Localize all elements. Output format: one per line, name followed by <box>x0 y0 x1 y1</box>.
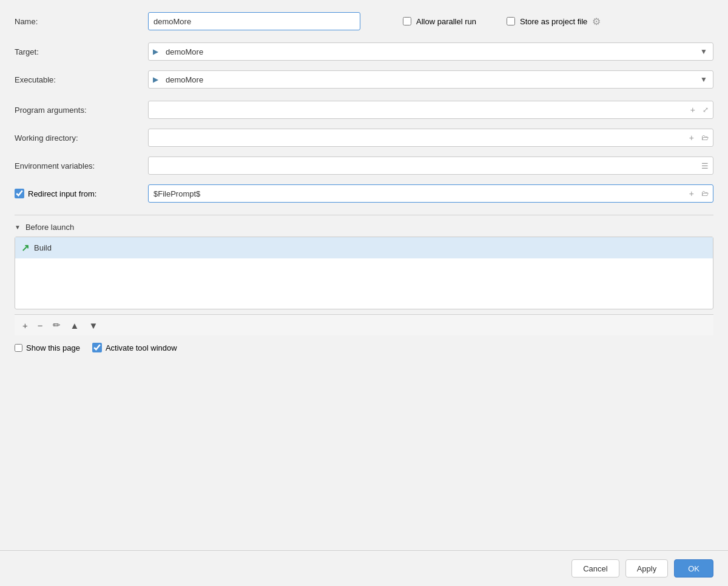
footer: Cancel Apply OK <box>0 550 728 586</box>
store-project-label: Store as project file <box>520 17 587 26</box>
activate-window-label: Activate tool window <box>106 343 177 352</box>
before-launch-edit-btn[interactable]: ✏ <box>50 318 64 332</box>
before-launch-header: ▼ Before launch <box>15 223 713 232</box>
show-page-group: Show this page <box>15 343 80 352</box>
section-divider <box>15 215 713 215</box>
env-vars-label: Environment variables: <box>15 161 148 170</box>
target-dropdown-wrapper: ▶ demoMore ▼ <box>148 42 713 61</box>
before-launch-up-btn[interactable]: ▲ <box>67 319 83 332</box>
program-args-actions: + ⤢ <box>688 104 711 116</box>
target-label: Target: <box>15 47 148 56</box>
program-args-wrapper: + ⤢ <box>148 101 713 119</box>
env-vars-file-btn[interactable]: ☰ <box>699 160 711 172</box>
program-args-add-btn[interactable]: + <box>688 104 698 116</box>
executable-dropdown-wrapper: ▶ demoMore ▼ <box>148 70 713 89</box>
apply-button[interactable]: Apply <box>625 559 669 578</box>
env-vars-wrapper: ☰ <box>148 157 713 175</box>
name-input[interactable] <box>148 12 360 30</box>
cancel-button[interactable]: Cancel <box>571 559 619 578</box>
working-dir-label: Working directory: <box>15 133 148 143</box>
program-args-label: Program arguments: <box>15 106 148 115</box>
before-launch-item-build[interactable]: ↗ Build <box>15 237 713 258</box>
build-label: Build <box>34 243 52 252</box>
before-launch-list: ↗ Build <box>15 237 713 309</box>
program-args-input[interactable] <box>148 101 713 119</box>
allow-parallel-checkbox[interactable] <box>403 17 411 25</box>
show-page-label: Show this page <box>26 343 80 352</box>
redirect-actions: + 🗁 <box>687 187 711 200</box>
show-page-checkbox[interactable] <box>15 344 22 352</box>
name-label: Name: <box>15 17 148 26</box>
before-launch-toolbar: + − ✏ ▲ ▼ <box>15 314 713 335</box>
redirect-label: Redirect input from: <box>28 189 96 198</box>
gear-icon[interactable]: ⚙ <box>592 16 601 27</box>
before-launch-toggle[interactable]: ▼ <box>15 224 21 231</box>
env-vars-actions: ☰ <box>699 160 711 172</box>
redirect-checkbox[interactable] <box>15 189 24 198</box>
activate-window-checkbox[interactable] <box>92 343 102 352</box>
working-dir-add-btn[interactable]: + <box>687 132 696 144</box>
redirect-label-group: Redirect input from: <box>15 189 148 198</box>
build-icon: ↗ <box>21 242 29 254</box>
working-dir-input[interactable] <box>148 129 713 147</box>
before-launch-label: Before launch <box>25 223 74 232</box>
redirect-input[interactable] <box>148 184 713 203</box>
target-select[interactable]: demoMore <box>148 42 713 61</box>
before-launch-down-btn[interactable]: ▼ <box>86 319 101 332</box>
before-launch-add-btn[interactable]: + <box>19 319 31 332</box>
redirect-folder-btn[interactable]: 🗁 <box>699 188 711 199</box>
env-vars-input[interactable] <box>148 157 713 175</box>
ok-button[interactable]: OK <box>674 559 713 578</box>
redirect-add-btn[interactable]: + <box>687 187 696 200</box>
executable-label: Executable: <box>15 75 148 84</box>
redirect-input-wrapper: + 🗁 <box>148 184 713 203</box>
before-launch-remove-btn[interactable]: − <box>35 319 46 332</box>
program-args-expand-btn[interactable]: ⤢ <box>700 104 711 115</box>
executable-select[interactable]: demoMore <box>148 70 713 89</box>
allow-parallel-label: Allow parallel run <box>416 17 476 26</box>
working-dir-folder-btn[interactable]: 🗁 <box>699 132 711 143</box>
working-dir-actions: + 🗁 <box>687 132 711 144</box>
activate-group: Activate tool window <box>92 343 177 352</box>
working-dir-wrapper: + 🗁 <box>148 129 713 147</box>
bottom-options: Show this page Activate tool window <box>15 343 713 352</box>
store-project-checkbox[interactable] <box>507 17 515 25</box>
